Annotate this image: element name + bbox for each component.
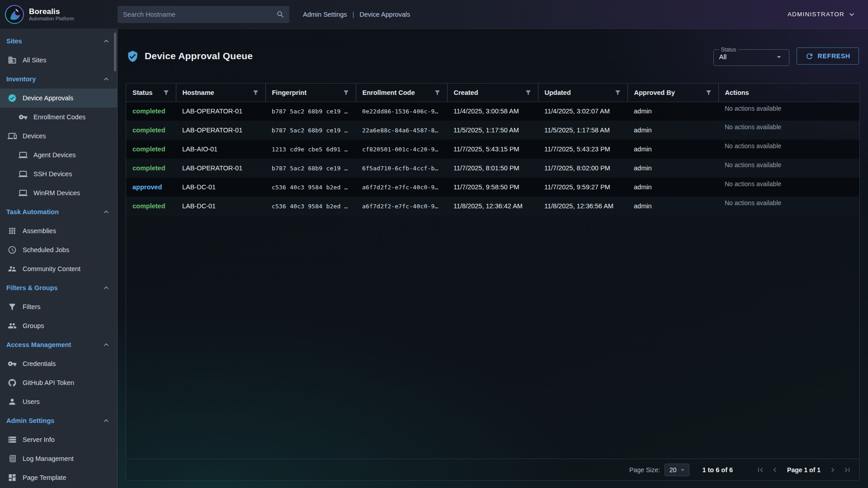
- next-page-button[interactable]: [826, 463, 840, 477]
- table-row[interactable]: approvedLAB-DC-01c536 40c3 9584 b2ed …a6…: [126, 178, 859, 197]
- column-filter-icon[interactable]: [252, 89, 259, 96]
- column-filter-icon[interactable]: [343, 89, 349, 96]
- sidebar-item-label: Users: [23, 398, 40, 405]
- brand: Borealis Automation Platform: [0, 5, 118, 24]
- brand-subtitle: Automation Platform: [29, 16, 74, 21]
- column-header-updated[interactable]: Updated: [538, 84, 627, 102]
- sidebar-scrollbar[interactable]: [114, 33, 116, 71]
- sidebar-item-github-api-token[interactable]: GitHub API Token: [0, 373, 117, 392]
- sidebar-item-winrm-devices[interactable]: WinRM Devices: [0, 183, 117, 202]
- first-page-button[interactable]: [754, 463, 767, 477]
- column-header-actions[interactable]: Actions: [718, 84, 859, 102]
- sidebar-item-credentials[interactable]: Credentials: [0, 354, 117, 373]
- search-hostname: [118, 6, 289, 23]
- sidebar-section-sites[interactable]: Sites: [0, 32, 117, 51]
- refresh-button-label: REFRESH: [818, 52, 851, 60]
- refresh-button[interactable]: REFRESH: [797, 47, 859, 65]
- column-filter-icon[interactable]: [525, 89, 532, 96]
- column-header-fingerprint[interactable]: Fingerprint: [265, 84, 356, 102]
- cell-approved-by: admin: [627, 102, 718, 121]
- sidebar-item-filters[interactable]: Filters: [0, 297, 117, 316]
- table-row[interactable]: completedLAB-AIO-011213 cd9e cbe5 6d91 ……: [126, 140, 859, 159]
- topbar: Borealis Automation Platform Admin Setti…: [0, 0, 868, 29]
- page-size-value: 20: [670, 466, 677, 474]
- sidebar-section-filters-groups[interactable]: Filters & Groups: [0, 278, 117, 297]
- sidebar-item-label: GitHub API Token: [23, 379, 74, 386]
- sidebar-section-admin-settings[interactable]: Admin Settings: [0, 411, 117, 430]
- sidebar-nav: SitesAll SitesInventoryDevice ApprovalsE…: [0, 32, 117, 487]
- user-menu-button[interactable]: ADMINISTRATOR: [788, 10, 856, 19]
- sidebar-item-server-info[interactable]: Server Info: [0, 430, 117, 449]
- search-input[interactable]: [118, 6, 289, 23]
- chevron-down-icon: [847, 10, 856, 19]
- status-filter-select[interactable]: Status All: [713, 47, 789, 66]
- chevron-up-icon: [102, 340, 111, 349]
- sidebar-item-all-sites[interactable]: All Sites: [0, 51, 117, 70]
- cell-status: completed: [126, 197, 176, 216]
- refresh-icon: [805, 52, 814, 61]
- breadcrumb: Admin Settings | Device Approvals: [303, 11, 410, 18]
- breadcrumb-admin-settings[interactable]: Admin Settings: [303, 11, 347, 18]
- previous-page-button[interactable]: [768, 463, 782, 477]
- column-header-approved-by[interactable]: Approved By: [627, 84, 718, 102]
- cell-updated: 11/7/2025, 5:43:23 PM: [538, 140, 627, 159]
- column-header-status[interactable]: Status: [126, 84, 176, 102]
- page-template-icon: [8, 473, 17, 482]
- sidebar-item-users[interactable]: Users: [0, 392, 117, 411]
- page-size-select[interactable]: 20: [665, 464, 690, 476]
- groups-icon: [8, 321, 17, 330]
- column-header-created[interactable]: Created: [447, 84, 538, 102]
- sidebar-item-label: Credentials: [23, 360, 56, 367]
- sidebar: SitesAll SitesInventoryDevice ApprovalsE…: [0, 29, 118, 488]
- sidebar-section-task-automation[interactable]: Task Automation: [0, 202, 117, 221]
- sidebar-item-label: Scheduled Jobs: [23, 246, 69, 253]
- server-icon: [8, 435, 17, 444]
- breadcrumb-device-approvals[interactable]: Device Approvals: [359, 11, 410, 18]
- cell-enrollment-code: a6f7d2f2-e7fc-40c0-9…: [356, 178, 447, 197]
- sidebar-item-device-approvals[interactable]: Device Approvals: [0, 89, 117, 108]
- sidebar-item-ssh-devices[interactable]: SSH Devices: [0, 164, 117, 183]
- sidebar-item-log-management[interactable]: Log Management: [0, 449, 117, 468]
- sidebar-item-agent-devices[interactable]: Agent Devices: [0, 145, 117, 164]
- sidebar-item-scheduled-jobs[interactable]: Scheduled Jobs: [0, 240, 117, 259]
- table-row[interactable]: completedLAB-OPERATOR-01b787 5ac2 68b9 c…: [126, 159, 859, 178]
- column-filter-icon[interactable]: [434, 89, 441, 96]
- sidebar-item-label: Device Approvals: [23, 94, 73, 102]
- sidebar-item-assemblies[interactable]: Assemblies: [0, 221, 117, 240]
- column-filter-icon[interactable]: [705, 89, 712, 96]
- sidebar-item-community-content[interactable]: Community Content: [0, 259, 117, 278]
- sidebar-section-label: Filters & Groups: [6, 284, 58, 291]
- sidebar-section-label: Admin Settings: [6, 417, 54, 424]
- user-menu-label: ADMINISTRATOR: [788, 11, 844, 18]
- column-header-label: Updated: [545, 89, 571, 96]
- table-row[interactable]: completedLAB-OPERATOR-01b787 5ac2 68b9 c…: [126, 102, 859, 121]
- cell-fingerprint: b787 5ac2 68b9 ce19 …: [265, 121, 356, 140]
- sidebar-section-inventory[interactable]: Inventory: [0, 70, 117, 89]
- assemblies-grid-icon: [8, 226, 17, 235]
- filter-icon: [8, 302, 17, 311]
- cell-fingerprint: c536 40c3 9584 b2ed …: [265, 178, 356, 197]
- table-row[interactable]: completedLAB-DC-01c536 40c3 9584 b2ed …a…: [126, 197, 859, 216]
- sidebar-section-access-management[interactable]: Access Management: [0, 335, 117, 354]
- sidebar-item-label: Filters: [23, 303, 40, 310]
- cell-actions: No actions available: [718, 102, 859, 121]
- cell-hostname: LAB-DC-01: [176, 178, 265, 197]
- sidebar-item-label: Enrollment Codes: [33, 113, 85, 121]
- table-row[interactable]: completedLAB-OPERATOR-01b787 5ac2 68b9 c…: [126, 121, 859, 140]
- sidebar-item-enrollment-codes[interactable]: Enrollment Codes: [0, 108, 117, 127]
- credentials-key-icon: [8, 359, 17, 368]
- column-header-hostname[interactable]: Hostname: [176, 84, 265, 102]
- last-page-button[interactable]: [840, 463, 854, 477]
- cell-created: 11/7/2025, 9:58:50 PM: [447, 178, 538, 197]
- monitor-icon: [19, 169, 28, 178]
- key-icon: [19, 113, 28, 122]
- column-filter-icon[interactable]: [614, 89, 621, 96]
- sidebar-item-groups[interactable]: Groups: [0, 316, 117, 335]
- sidebar-item-devices[interactable]: Devices: [0, 127, 117, 145]
- sidebar-item-page-template[interactable]: Page Template: [0, 468, 117, 487]
- column-filter-icon[interactable]: [163, 89, 170, 96]
- status-filter-label: Status: [719, 47, 738, 53]
- last-page-icon: [843, 465, 852, 474]
- column-header-label: Created: [454, 89, 478, 96]
- column-header-enrollment-code[interactable]: Enrollment Code: [356, 84, 447, 102]
